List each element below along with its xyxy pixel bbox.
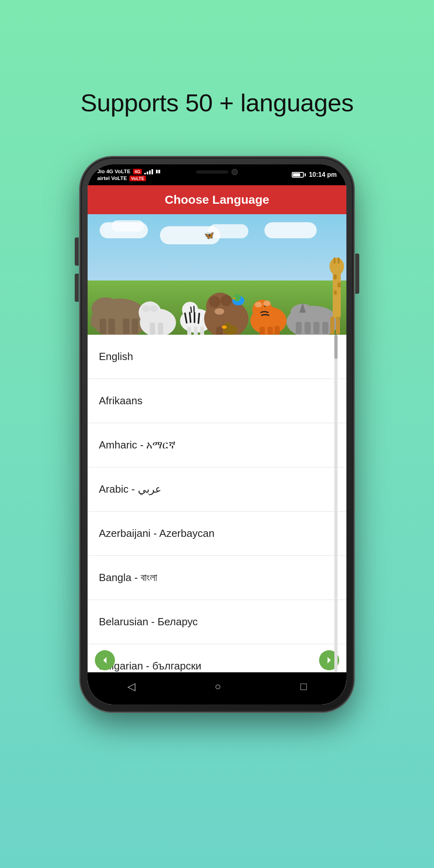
back-button[interactable]: ◁ (127, 680, 135, 693)
language-item-amharic[interactable]: Amharic - አማርኛ (88, 423, 346, 467)
recent-apps-button[interactable]: □ (301, 680, 307, 693)
home-button[interactable]: ○ (215, 680, 221, 693)
svg-point-25 (209, 296, 220, 307)
language-label-amharic: Amharic - አማርኛ (99, 439, 176, 451)
svg-rect-20 (187, 327, 191, 335)
hero-image: 🦋 (88, 214, 346, 335)
list-scrollbar (334, 335, 338, 672)
language-item-belarusian[interactable]: Belarusian - Беларус (88, 600, 346, 644)
carrier2-network-label: VoLTE (129, 176, 146, 181)
svg-point-27 (215, 308, 224, 315)
language-item-english[interactable]: English (88, 335, 346, 379)
svg-point-39 (263, 301, 270, 306)
volume-up-button (75, 237, 79, 266)
svg-rect-53 (338, 258, 340, 264)
front-camera (231, 169, 238, 175)
language-item-arabic[interactable]: Arabic - عربي (88, 467, 346, 512)
signal-indicator: ▮▮ (156, 169, 160, 174)
headline: Supports 50 + languages (80, 88, 354, 117)
carrier1-label: Jio 4G VoLTE (97, 168, 131, 174)
svg-point-32 (222, 326, 227, 329)
language-list: English Afrikaans Amharic - አማርኛ Arabic … (88, 335, 346, 704)
svg-marker-60 (328, 657, 331, 663)
svg-rect-3 (108, 319, 115, 334)
svg-point-48 (330, 258, 344, 275)
speaker (196, 170, 228, 174)
app-bar-title: Choose Language (165, 193, 269, 207)
svg-rect-43 (305, 322, 311, 334)
svg-rect-2 (100, 319, 106, 334)
svg-rect-21 (194, 327, 198, 335)
phone-nav-bar: ◁ ○ □ (88, 672, 346, 704)
notch (173, 164, 261, 180)
svg-rect-44 (313, 322, 319, 334)
language-item-bangla[interactable]: Bangla - বাংলা (88, 556, 346, 600)
svg-point-8 (142, 305, 150, 312)
svg-rect-16 (194, 312, 195, 323)
svg-rect-28 (216, 327, 223, 335)
status-right: 10:14 pm (292, 171, 337, 178)
svg-rect-49 (334, 274, 337, 279)
svg-point-38 (255, 302, 262, 307)
battery-icon (292, 172, 306, 178)
phone-screen: Jio 4G VoLTE 4G ▮▮ airtel VoLTE VoLTE (88, 164, 346, 704)
svg-rect-22 (200, 327, 204, 335)
svg-point-7 (139, 301, 161, 324)
svg-rect-51 (334, 291, 337, 295)
scrollbar-thumb (334, 335, 338, 359)
status-left: Jio 4G VoLTE 4G ▮▮ airtel VoLTE VoLTE (97, 168, 160, 181)
time-display: 10:14 pm (309, 171, 337, 178)
svg-rect-10 (150, 323, 155, 335)
language-label-english: English (99, 350, 133, 363)
svg-rect-42 (296, 322, 302, 334)
volume-down-button (75, 274, 79, 302)
svg-rect-37 (274, 326, 280, 335)
svg-rect-55 (336, 317, 340, 334)
svg-marker-59 (103, 657, 106, 663)
svg-rect-50 (338, 283, 341, 287)
language-label-afrikaans: Afrikaans (99, 395, 142, 407)
svg-rect-19 (193, 306, 195, 312)
animals-group (88, 214, 346, 335)
arrow-left-button[interactable] (95, 650, 115, 670)
svg-rect-36 (268, 327, 273, 335)
language-label-arabic: Arabic - عربي (99, 483, 162, 495)
svg-rect-52 (334, 258, 336, 264)
app-bar: Choose Language (88, 185, 346, 214)
language-item-afrikaans[interactable]: Afrikaans (88, 379, 346, 423)
language-item-azerbaijani[interactable]: Azerbaijani - Azerbaycan (88, 512, 346, 556)
svg-point-9 (150, 305, 158, 312)
network-label: 4G (133, 169, 142, 174)
svg-point-26 (221, 295, 232, 306)
language-label-azerbaijani: Azerbaijani - Azerbaycan (99, 527, 215, 540)
signal-bars (144, 169, 153, 174)
svg-rect-35 (260, 327, 265, 335)
language-label-belarusian: Belarusian - Беларус (99, 616, 198, 628)
power-button (355, 254, 359, 294)
animals-svg (88, 238, 346, 335)
carrier2-label: airtel VoLTE (97, 175, 127, 181)
phone-mockup: Jio 4G VoLTE 4G ▮▮ airtel VoLTE VoLTE (80, 157, 354, 712)
svg-rect-11 (158, 323, 163, 335)
svg-rect-54 (330, 317, 334, 334)
svg-rect-5 (132, 319, 138, 334)
language-label-bangla: Bangla - বাংলা (99, 571, 157, 584)
svg-rect-4 (123, 319, 129, 334)
svg-rect-45 (322, 322, 328, 334)
